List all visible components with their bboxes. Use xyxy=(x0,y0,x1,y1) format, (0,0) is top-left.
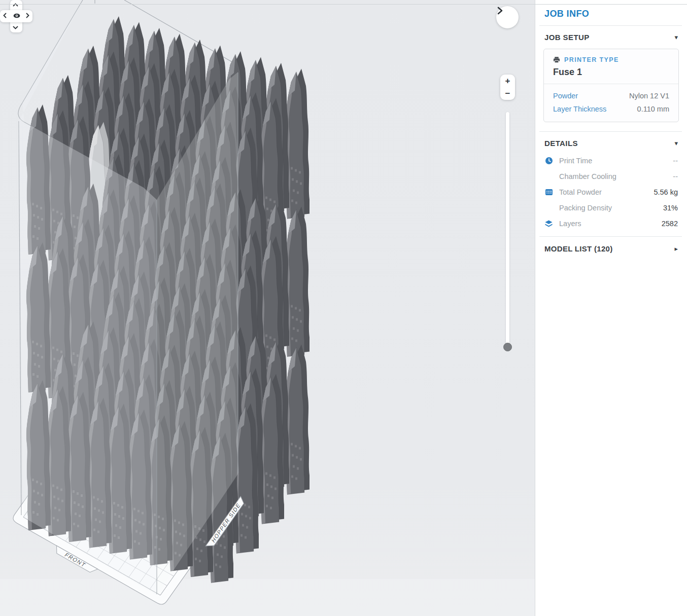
caret-down-icon[interactable]: ▾ xyxy=(674,34,678,41)
zoom-control[interactable]: + − xyxy=(500,75,515,100)
zoom-out-button[interactable]: − xyxy=(505,89,510,98)
print-time-value: -- xyxy=(673,157,678,165)
total-powder-value: 5.56 kg xyxy=(654,188,678,196)
chamber-cooling-value: -- xyxy=(673,172,678,180)
packing-density-label: Packing Density xyxy=(559,204,663,212)
details-heading: DETAILS xyxy=(544,139,578,148)
printer-card: PRINTER TYPE Fuse 1 Powder Nylon 12 V1 L… xyxy=(543,49,679,122)
model-list-heading: MODEL LIST (120) xyxy=(544,244,613,253)
total-powder-label: Total Powder xyxy=(559,188,654,196)
layers-value: 2582 xyxy=(662,220,678,228)
printer-name: Fuse 1 xyxy=(553,67,669,78)
app-window: FRONTHOPPER SIDE xyxy=(0,0,687,616)
pan-right-button[interactable] xyxy=(26,13,33,20)
clock-icon xyxy=(545,157,553,165)
powder-value: Nylon 12 V1 xyxy=(629,92,669,100)
view-center-eye-button[interactable] xyxy=(13,13,20,20)
job-setup-section-header[interactable]: JOB SETUP ▾ xyxy=(535,26,687,47)
pan-down-button[interactable] xyxy=(13,26,20,33)
model-list-section-header[interactable]: MODEL LIST (120) ▸ xyxy=(535,237,687,261)
layer-slider-handle[interactable] xyxy=(503,343,512,351)
top-divider xyxy=(0,4,687,5)
eye-icon xyxy=(13,13,21,19)
floor-glow xyxy=(0,579,535,616)
chevron-right-icon xyxy=(496,6,503,15)
powder-bin-icon xyxy=(545,188,553,196)
total-powder-row: Total Powder 5.56 kg xyxy=(535,184,687,200)
job-setup-heading: JOB SETUP xyxy=(544,33,590,42)
caret-down-icon[interactable]: ▾ xyxy=(674,140,678,147)
caret-right-icon[interactable]: ▸ xyxy=(674,245,678,252)
zoom-in-button[interactable]: + xyxy=(505,77,510,85)
print-time-label: Print Time xyxy=(559,157,673,165)
powder-row: Powder Nylon 12 V1 xyxy=(553,89,669,102)
layers-row: Layers 2582 xyxy=(535,215,687,231)
collapse-panel-button[interactable] xyxy=(496,6,519,28)
layers-icon xyxy=(544,220,553,228)
chamber-cooling-row: Chamber Cooling -- xyxy=(535,168,687,184)
printer-type-label: PRINTER TYPE xyxy=(564,56,619,63)
print-time-row: Print Time -- xyxy=(535,153,687,168)
printer-icon xyxy=(553,56,560,63)
layer-thickness-row: Layer Thickness 0.110 mm xyxy=(553,102,669,116)
layer-thickness-label[interactable]: Layer Thickness xyxy=(553,105,606,113)
viewport-3d[interactable]: FRONTHOPPER SIDE xyxy=(0,0,535,616)
job-info-panel: JOB INFO JOB SETUP ▾ PRINTER TYPE Fuse 1 xyxy=(535,0,687,616)
layer-thickness-value: 0.110 mm xyxy=(637,105,669,113)
packing-density-value: 31% xyxy=(663,204,678,212)
layer-slider[interactable] xyxy=(506,112,509,344)
build-chamber-scene[interactable]: FRONTHOPPER SIDE xyxy=(0,0,535,616)
details-section-header[interactable]: DETAILS ▾ xyxy=(535,132,687,153)
pan-left-button[interactable] xyxy=(3,13,10,20)
powder-label[interactable]: Powder xyxy=(553,92,578,100)
layers-label: Layers xyxy=(559,220,662,228)
chamber-cooling-label: Chamber Cooling xyxy=(559,172,673,180)
packing-density-row: Packing Density 31% xyxy=(535,200,687,215)
